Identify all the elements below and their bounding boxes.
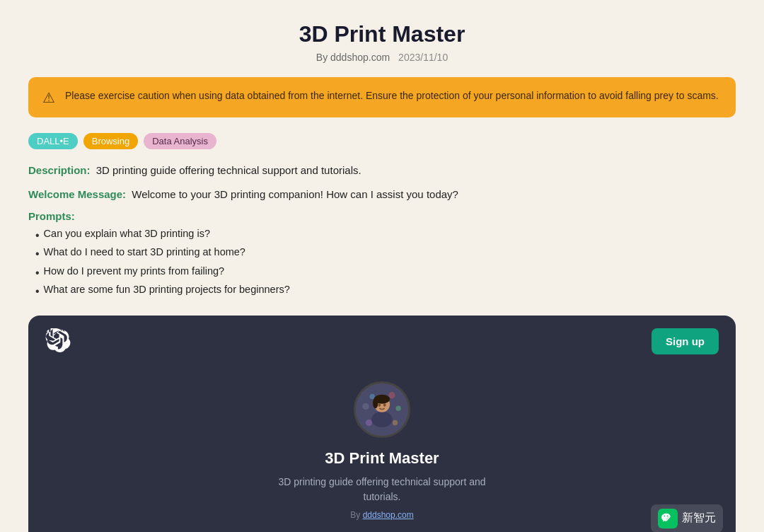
- svg-point-5: [393, 420, 398, 424]
- tag-browsing[interactable]: Browsing: [83, 133, 138, 149]
- prompt-item-4: What are some fun 3D printing projects f…: [35, 282, 736, 301]
- sign-up-button[interactable]: Sign up: [652, 328, 719, 354]
- svg-point-10: [373, 398, 378, 408]
- page-title: 3D Print Master: [28, 21, 736, 47]
- dark-card-by-link[interactable]: dddshop.com: [363, 510, 414, 520]
- tag-data-analysis[interactable]: Data Analysis: [144, 133, 216, 149]
- prompts-list: Can you explain what 3D printing is? Wha…: [28, 226, 736, 301]
- warning-icon: ⚠: [42, 89, 55, 106]
- wechat-icon: [658, 509, 678, 528]
- svg-point-12: [383, 403, 386, 407]
- page-header: 3D Print Master By dddshop.com 2023/11/1…: [28, 21, 736, 63]
- welcome-label: Welcome Message:: [28, 188, 126, 200]
- warning-text: Please exercise caution when using data …: [65, 88, 719, 103]
- warning-banner: ⚠ Please exercise caution when using dat…: [28, 77, 736, 117]
- description-label: Description:: [28, 164, 91, 176]
- welcome-value: Welcome to your 3D printing companion! H…: [132, 188, 458, 200]
- dark-card-header: Sign up: [28, 316, 736, 367]
- prompts-label: Prompts:: [28, 210, 736, 222]
- prompt-item-3: How do I prevent my prints from failing?: [35, 264, 736, 282]
- watermark: 新智元: [651, 504, 723, 532]
- header-meta: By dddshop.com 2023/11/10: [28, 52, 736, 63]
- prompt-item-1: Can you explain what 3D printing is?: [35, 226, 736, 245]
- openai-logo-icon: [45, 328, 71, 354]
- svg-point-6: [366, 419, 372, 425]
- svg-point-11: [378, 403, 381, 407]
- description-section: Description: 3D printing guide offering …: [28, 162, 736, 179]
- dark-card-by: By dddshop.com: [350, 510, 413, 520]
- header-by: By dddshop.com: [316, 52, 390, 63]
- watermark-label: 新智元: [682, 511, 716, 526]
- svg-point-7: [371, 411, 393, 427]
- prompts-section: Prompts: Can you explain what 3D printin…: [28, 210, 736, 301]
- tag-dalle[interactable]: DALL•E: [28, 133, 78, 149]
- dark-card-title: 3D Print Master: [325, 449, 439, 468]
- svg-point-3: [388, 392, 395, 398]
- avatar: [354, 381, 410, 438]
- dark-card-description: 3D printing guide offering technical sup…: [269, 475, 495, 504]
- svg-point-2: [369, 393, 374, 398]
- description-value: 3D printing guide offering technical sup…: [96, 164, 361, 176]
- dark-card-body: 3D Print Master 3D printing guide offeri…: [28, 367, 736, 532]
- tags-row: DALL•E Browsing Data Analysis: [28, 133, 736, 149]
- svg-point-4: [395, 405, 400, 410]
- header-date: 2023/11/10: [398, 52, 448, 63]
- welcome-section: Welcome Message: Welcome to your 3D prin…: [28, 186, 736, 203]
- avatar-image: [356, 381, 408, 438]
- prompt-item-2: What do I need to start 3D printing at h…: [35, 245, 736, 263]
- svg-point-1: [362, 403, 369, 409]
- dark-card: Sign up: [28, 316, 736, 532]
